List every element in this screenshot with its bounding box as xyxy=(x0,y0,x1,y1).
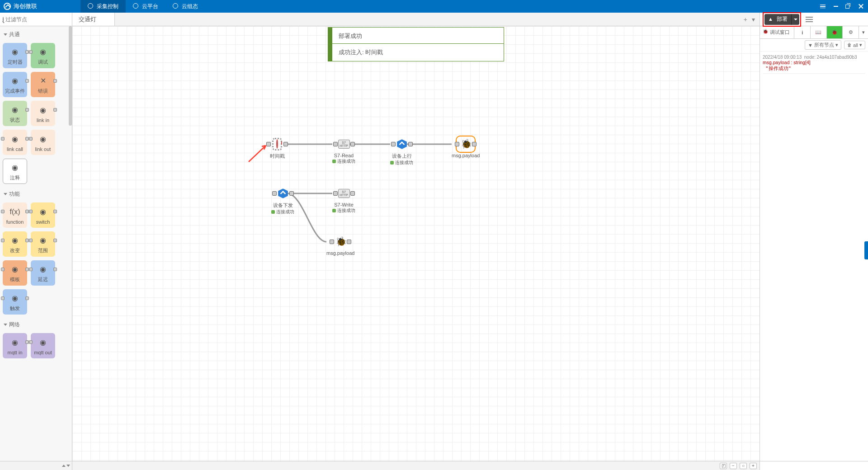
palette-node-switch[interactable]: ◉switch xyxy=(31,202,55,228)
palette-node-link in[interactable]: ◉link in xyxy=(31,101,55,126)
search-input[interactable] xyxy=(5,16,73,23)
side-handle[interactable] xyxy=(864,241,868,259)
tab-list-icon[interactable]: ▾ xyxy=(752,16,755,23)
zoom-fit-icon[interactable]: ◰ xyxy=(720,463,727,469)
help-tab[interactable]: 📖 xyxy=(811,26,827,38)
palette-node-错误[interactable]: ✕错误 xyxy=(31,72,55,97)
search-icon xyxy=(3,17,4,22)
palette-sidebar: 共通◉定时器◉调试◉完成事件✕错误◉状态◉link in◉link call◉l… xyxy=(0,13,72,470)
info-tab[interactable]: i xyxy=(794,26,811,38)
brand-name: 海创微联 xyxy=(14,2,37,10)
debug-filter-row: ▼ 所有节点 ▾ 🗑all ▾ xyxy=(760,39,868,52)
flow-node-debug1[interactable]: msg.payload xyxy=(452,137,480,158)
palette-node-状态[interactable]: ◉状态 xyxy=(3,101,27,126)
debug-tab[interactable]: 🐞 xyxy=(827,26,843,38)
palette-node-模板[interactable]: ◉模板 xyxy=(3,260,27,286)
category-header[interactable]: 功能 xyxy=(2,188,70,201)
deploy-highlight: 部署 xyxy=(763,12,801,27)
palette-node-link out[interactable]: ◉link out xyxy=(31,130,55,155)
svg-marker-1 xyxy=(278,188,288,198)
more-tab[interactable]: ▾ xyxy=(859,26,868,38)
restore-icon[interactable] xyxy=(845,3,852,9)
palette-node-定时器[interactable]: ◉定时器 xyxy=(3,43,27,68)
palette-node-调试[interactable]: ◉调试 xyxy=(31,43,55,68)
palette-node-mqtt out[interactable]: ◉mqtt out xyxy=(31,333,55,358)
palette-node-完成事件[interactable]: ◉完成事件 xyxy=(3,72,27,97)
palette-footer xyxy=(0,461,72,470)
flow-tab[interactable]: 交通灯 xyxy=(72,13,115,26)
svg-marker-0 xyxy=(397,139,407,149)
config-tab[interactable]: ⚙ xyxy=(843,26,859,38)
flow-node-s7write[interactable]: S7HTTPS7-Write连接成功 xyxy=(332,187,355,214)
category-header[interactable]: 网络 xyxy=(2,318,70,331)
tab-collect[interactable]: 采集控制 xyxy=(80,0,126,13)
debug-log: 2022/4/18 09:00:13 node: 24a4a107abad90b… xyxy=(760,52,868,461)
palette-node-注释[interactable]: ◉注释 xyxy=(3,159,27,184)
minimize-icon[interactable] xyxy=(833,3,839,9)
tab-config[interactable]: 云组态 xyxy=(165,0,205,13)
flow-canvas[interactable]: 部署成功 成功注入: 时间戳 时间戳S7HTTPS7-Read连接成功设备上行连… xyxy=(72,26,760,461)
palette-node-触发[interactable]: ◉触发 xyxy=(3,289,27,315)
palette-node-link call[interactable]: ◉link call xyxy=(3,130,27,155)
palette-list: 共通◉定时器◉调试◉完成事件✕错误◉状态◉link in◉link call◉l… xyxy=(0,26,72,461)
deploy-button[interactable]: 部署 xyxy=(764,14,791,25)
category-header[interactable]: 共通 xyxy=(2,28,70,41)
panel-tabs: 调试窗口 i 📖 🐞 ⚙ ▾ xyxy=(760,26,868,39)
canvas-footer: ◰ − ○ + xyxy=(72,461,760,470)
clear-log-button[interactable]: 🗑all ▾ xyxy=(844,41,865,49)
collapse-up-icon[interactable] xyxy=(62,465,66,467)
right-header: 部署 xyxy=(760,13,868,26)
palette-node-范围[interactable]: ◉范围 xyxy=(31,231,55,257)
bug-icon xyxy=(763,30,768,35)
deploy-dropdown[interactable] xyxy=(791,14,799,25)
tab-platform[interactable]: 云平台 xyxy=(126,0,165,13)
add-tab-icon[interactable]: + xyxy=(744,16,747,23)
palette-search xyxy=(0,13,72,26)
cloud-icon xyxy=(133,3,139,9)
wires xyxy=(72,26,760,461)
log-entry[interactable]: 2022/4/18 09:00:13 node: 24a4a107abad90b… xyxy=(763,53,865,74)
flow-node-download[interactable]: 设备下发连接成功 xyxy=(271,187,294,215)
zoom-in-icon[interactable]: + xyxy=(750,463,757,469)
close-icon[interactable] xyxy=(858,3,864,9)
zoom-out-icon[interactable]: − xyxy=(730,463,737,469)
rocket-icon xyxy=(768,16,774,22)
palette-node-mqtt in[interactable]: ◉mqtt in xyxy=(3,333,27,358)
flow-node-timer[interactable]: 时间戳 xyxy=(269,137,285,160)
app-header: 海创微联 采集控制 云平台 云组态 xyxy=(0,0,868,13)
palette-node-延迟[interactable]: ◉延迟 xyxy=(31,260,55,286)
main-tabs: 采集控制 云平台 云组态 xyxy=(80,0,205,13)
collapse-down-icon[interactable] xyxy=(66,465,70,467)
right-footer xyxy=(760,461,868,470)
flow-node-s7read[interactable]: S7HTTPS7-Read连接成功 xyxy=(332,137,355,164)
flow-tabs: 交通灯 + ▾ xyxy=(72,13,760,26)
palette-node-function[interactable]: f(x)function xyxy=(3,202,27,228)
workspace: 交通灯 + ▾ 部署成功 成功注入: 时间戳 时间戳S7HTTPS7-Read连… xyxy=(72,13,760,470)
filter-nodes-button[interactable]: ▼ 所有节点 ▾ xyxy=(805,40,841,50)
flow-node-upload[interactable]: 设备上行连接成功 xyxy=(390,137,413,166)
window-controls xyxy=(820,3,864,9)
flow-node-debug2[interactable]: msg.payload xyxy=(326,235,354,256)
zoom-reset-icon[interactable]: ○ xyxy=(740,463,747,469)
window-menu-icon[interactable] xyxy=(820,3,826,9)
scrollbar[interactable] xyxy=(69,26,72,126)
palette-node-改变[interactable]: ◉改变 xyxy=(3,231,27,257)
right-sidebar: 部署 调试窗口 i 📖 🐞 ⚙ ▾ ▼ 所有节点 ▾ 🗑all ▾ 2022/4… xyxy=(760,13,868,470)
trash-icon: 🗑 xyxy=(847,42,852,47)
cloud-icon xyxy=(88,3,94,9)
sidebar-menu-icon[interactable] xyxy=(806,17,813,22)
brand-logo-icon xyxy=(4,3,11,10)
debug-panel-tab[interactable]: 调试窗口 xyxy=(760,26,794,38)
notification-success: 部署成功 xyxy=(328,27,504,45)
cloud-icon xyxy=(173,3,179,9)
brand: 海创微联 xyxy=(4,2,80,10)
notification-inject: 成功注入: 时间戳 xyxy=(328,43,504,61)
